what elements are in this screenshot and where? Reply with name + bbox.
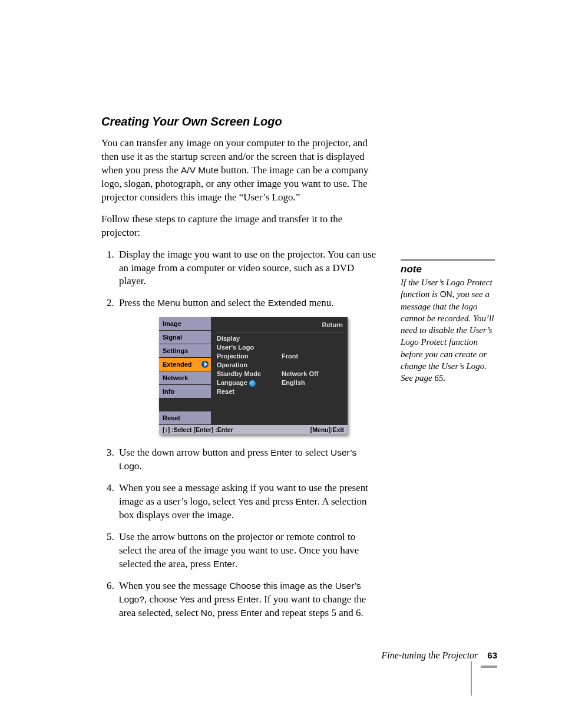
row-label: Operation [217, 361, 282, 370]
step-2: Press the Menu button and select the Ext… [117, 297, 378, 434]
row-value: English [282, 378, 343, 387]
menu-item-settings: Settings [159, 344, 211, 358]
globe-icon [249, 380, 256, 387]
enter-label: Enter [296, 496, 318, 506]
note-body: If the User’s Logo Protect function is O… [401, 276, 495, 384]
on-label: ON [440, 289, 452, 299]
note-text-c: , you see a message that the logo cannot… [401, 289, 494, 383]
step-6-text-e: and press [194, 594, 237, 605]
chevron-right-icon [204, 362, 207, 367]
menu-row-standby: Standby ModeNetwork Off [217, 370, 343, 378]
enter-label: Enter [270, 447, 292, 457]
footer-rule [481, 666, 497, 668]
step-5-text-c: . [235, 558, 237, 569]
step-2-text-e: menu. [306, 297, 333, 308]
footer-section: Fine-tuning the Projector [382, 650, 478, 660]
step-3-text-a: Use the down arrow button and press [119, 447, 270, 458]
menu-item-network: Network [159, 371, 211, 385]
yes-label: Yes [180, 594, 194, 604]
menu-row-users-logo: User's Logo [217, 343, 343, 352]
menu-right-panel: Return Display User's Logo ProjectionFro… [211, 317, 348, 425]
help-right: [Menu]:Exit [310, 425, 344, 434]
help-left: [↕] :Select [Enter] :Enter [163, 425, 310, 434]
step-6-text-k: and repeat steps 5 and 6. [262, 607, 363, 618]
step-4-text-c: and press [253, 496, 296, 507]
step-5-text-a: Use the arrow buttons on the projector o… [119, 531, 359, 569]
step-6-text-a: When you see the message [119, 580, 229, 591]
page: Creating Your Own Screen Logo You can tr… [0, 0, 562, 728]
footer-page-number: 63 [487, 650, 497, 660]
enter-label: Enter [240, 608, 262, 618]
menu-row-projection: ProjectionFront [217, 352, 343, 361]
step-2-text-a: Press the [119, 297, 157, 308]
page-footer: Fine-tuning the Projector 63 [362, 650, 497, 671]
note-rule [401, 259, 495, 261]
projector-menu-figure: Image Signal Settings Extended Network I… [159, 317, 348, 434]
menu-left-panel: Image Signal Settings Extended Network I… [159, 317, 211, 425]
row-label: Display [217, 334, 282, 343]
step-6: When you see the message Choose this ima… [117, 579, 378, 620]
intro-paragraph: You can transfer any image on your compu… [101, 137, 378, 205]
sidebar-note: note If the User’s Logo Protect function… [401, 259, 495, 384]
menu-row-reset: Reset [217, 387, 343, 396]
yes-label: Yes [238, 496, 253, 506]
menu-body: Image Signal Settings Extended Network I… [159, 317, 348, 425]
row-value [282, 334, 343, 343]
menu-item-extended-label: Extended [163, 361, 192, 368]
step-3: Use the down arrow button and press Ente… [117, 446, 378, 473]
row-value: Front [282, 352, 343, 361]
menu-item-info: Info [159, 385, 211, 398]
step-5: Use the arrow buttons on the projector o… [117, 531, 378, 571]
row-label: Reset [217, 387, 282, 396]
step-1: Display the image you want to use on the… [117, 248, 378, 289]
no-label: No [201, 608, 213, 618]
steps-list: Display the image you want to use on the… [101, 248, 378, 620]
row-value: Network Off [282, 370, 343, 378]
step-2-text-c: button and select the [180, 297, 268, 308]
row-value [282, 343, 343, 352]
step-4: When you see a message asking if you wan… [117, 482, 378, 522]
menu-row-language: LanguageEnglish [217, 378, 343, 387]
step-3-text-e: . [139, 460, 141, 472]
menu-gap [159, 398, 211, 411]
step-1-text: Display the image you want to use on the… [119, 249, 376, 287]
menu-item-reset: Reset [159, 411, 211, 425]
step-6-text-i: , press [213, 607, 241, 618]
projector-menu: Image Signal Settings Extended Network I… [159, 317, 348, 434]
menu-help-bar: [↕] :Select [Enter] :Enter [Menu]:Exit [159, 425, 348, 434]
extended-label: Extended [268, 298, 307, 308]
menu-item-extended: Extended [159, 358, 211, 371]
enter-label: Enter [213, 559, 235, 569]
lead-paragraph: Follow these steps to capture the image … [101, 213, 378, 240]
menu-return: Return [217, 319, 343, 332]
row-label: Standby Mode [217, 370, 282, 378]
row-label-text: Language [217, 379, 247, 386]
step-6-text-c: , choose [144, 594, 180, 605]
footer-vertical-rule [471, 661, 472, 696]
menu-item-signal: Signal [159, 331, 211, 344]
row-value [282, 387, 343, 396]
step-3-text-c: to select [292, 447, 330, 458]
row-label: Projection [217, 352, 282, 361]
enter-label: Enter [237, 594, 259, 604]
row-value [282, 361, 343, 370]
main-column: Creating Your Own Screen Logo You can tr… [101, 115, 378, 628]
menu-item-image: Image [159, 317, 211, 331]
note-heading: note [401, 263, 495, 275]
section-heading: Creating Your Own Screen Logo [101, 115, 378, 129]
menu-row-display: Display [217, 334, 343, 343]
row-label: Language [217, 378, 282, 387]
menu-row-operation: Operation [217, 361, 343, 370]
menu-label: Menu [157, 298, 180, 308]
av-mute-label: A/V Mute [181, 165, 219, 175]
row-label: User's Logo [217, 343, 282, 352]
